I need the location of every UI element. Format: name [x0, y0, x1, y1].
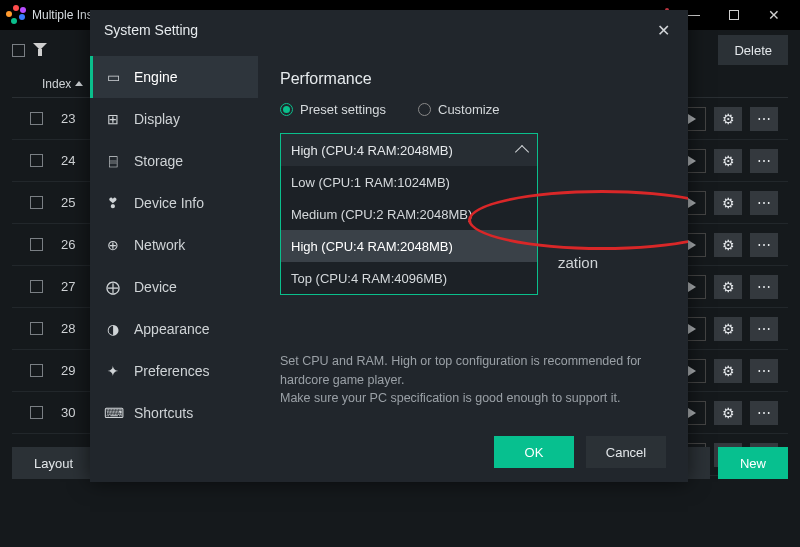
app-logo-icon [6, 5, 26, 25]
row-checkbox[interactable] [30, 406, 43, 419]
obscured-text: zation [558, 254, 598, 271]
delete-button[interactable]: Delete [718, 35, 788, 65]
row-settings-button[interactable]: ⚙ [714, 359, 742, 383]
sidebar-item-display[interactable]: ⊞Display [90, 98, 258, 140]
radio-customize-label: Customize [438, 102, 499, 117]
cancel-button[interactable]: Cancel [586, 436, 666, 468]
row-settings-button[interactable]: ⚙ [714, 233, 742, 257]
sidebar-item-shortcuts[interactable]: ⌨Shortcuts [90, 392, 258, 422]
sidebar-item-storage[interactable]: ⌸Storage [90, 140, 258, 182]
shortcuts-icon: ⌨ [104, 405, 122, 421]
sidebar-item-label: Network [134, 237, 185, 253]
row-settings-button[interactable]: ⚙ [714, 275, 742, 299]
sidebar-item-label: Preferences [134, 363, 209, 379]
row-more-button[interactable]: ⋯ [750, 359, 778, 383]
sidebar-item-device[interactable]: ⨁Device [90, 266, 258, 308]
performance-dropdown[interactable]: High (CPU:4 RAM:2048MB) Low (CPU:1 RAM:1… [280, 133, 538, 295]
row-checkbox[interactable] [30, 322, 43, 335]
radio-preset-label: Preset settings [300, 102, 386, 117]
sidebar-item-device-info[interactable]: ❣Device Info [90, 182, 258, 224]
row-settings-button[interactable]: ⚙ [714, 149, 742, 173]
sidebar-item-label: Storage [134, 153, 183, 169]
filter-icon[interactable] [33, 43, 47, 57]
play-icon [688, 240, 696, 250]
dropdown-option[interactable]: Low (CPU:1 RAM:1024MB) [281, 166, 537, 198]
sidebar-item-label: Appearance [134, 321, 210, 337]
row-more-button[interactable]: ⋯ [750, 233, 778, 257]
modal-close-button[interactable]: ✕ [653, 17, 674, 44]
dropdown-option[interactable]: High (CPU:4 RAM:2048MB) [281, 230, 537, 262]
sidebar-item-network[interactable]: ⊕Network [90, 224, 258, 266]
sidebar-item-label: Device [134, 279, 177, 295]
sort-asc-icon [75, 81, 83, 86]
play-icon [688, 198, 696, 208]
row-settings-button[interactable]: ⚙ [714, 401, 742, 425]
ok-button[interactable]: OK [494, 436, 574, 468]
device-info-icon: ❣ [104, 195, 122, 211]
play-icon [688, 324, 696, 334]
row-more-button[interactable]: ⋯ [750, 191, 778, 215]
row-checkbox[interactable] [30, 112, 43, 125]
modal-title: System Setting [104, 22, 198, 38]
play-icon [688, 366, 696, 376]
maximize-button[interactable] [714, 2, 754, 28]
row-more-button[interactable]: ⋯ [750, 107, 778, 131]
row-more-button[interactable]: ⋯ [750, 149, 778, 173]
dropdown-selected-value: High (CPU:4 RAM:2048MB) [291, 143, 453, 158]
row-checkbox[interactable] [30, 280, 43, 293]
row-settings-button[interactable]: ⚙ [714, 191, 742, 215]
new-button[interactable]: New [718, 447, 788, 479]
panel-heading: Performance [280, 70, 666, 88]
sidebar-item-appearance[interactable]: ◑Appearance [90, 308, 258, 350]
row-more-button[interactable]: ⋯ [750, 275, 778, 299]
row-settings-button[interactable]: ⚙ [714, 317, 742, 341]
network-icon: ⊕ [104, 237, 122, 253]
row-more-button[interactable]: ⋯ [750, 401, 778, 425]
sidebar-item-label: Shortcuts [134, 405, 193, 421]
appearance-icon: ◑ [104, 321, 122, 337]
row-more-button[interactable]: ⋯ [750, 317, 778, 341]
note-line-2: Make sure your PC specification is good … [280, 389, 666, 408]
row-checkbox[interactable] [30, 364, 43, 377]
storage-icon: ⌸ [104, 153, 122, 169]
device-icon: ⨁ [104, 279, 122, 295]
preferences-icon: ✦ [104, 363, 122, 379]
play-icon [688, 408, 696, 418]
close-window-button[interactable]: ✕ [754, 2, 794, 28]
index-column-header[interactable]: Index [42, 77, 71, 91]
play-icon [688, 156, 696, 166]
radio-customize[interactable]: Customize [418, 102, 499, 117]
radio-preset[interactable]: Preset settings [280, 102, 386, 117]
sidebar-item-engine[interactable]: ▭Engine [90, 56, 258, 98]
engine-icon: ▭ [104, 69, 122, 85]
row-checkbox[interactable] [30, 196, 43, 209]
system-setting-modal: System Setting ✕ ▭Engine⊞Display⌸Storage… [90, 10, 688, 482]
sidebar-item-preferences[interactable]: ✦Preferences [90, 350, 258, 392]
row-checkbox[interactable] [30, 154, 43, 167]
sidebar-item-label: Device Info [134, 195, 204, 211]
note-line-1: Set CPU and RAM. High or top configurati… [280, 352, 666, 390]
select-all-checkbox[interactable] [12, 44, 25, 57]
row-settings-button[interactable]: ⚙ [714, 107, 742, 131]
chevron-up-icon [515, 145, 529, 159]
dropdown-option[interactable]: Top (CPU:4 RAM:4096MB) [281, 262, 537, 294]
app-title: Multiple Ins [32, 8, 93, 22]
layout-button[interactable]: Layout [12, 447, 95, 479]
dropdown-option[interactable]: Medium (CPU:2 RAM:2048MB) [281, 198, 537, 230]
row-checkbox[interactable] [30, 238, 43, 251]
sidebar-item-label: Display [134, 111, 180, 127]
sidebar-item-label: Engine [134, 69, 178, 85]
display-icon: ⊞ [104, 111, 122, 127]
play-icon [688, 114, 696, 124]
play-icon [688, 282, 696, 292]
